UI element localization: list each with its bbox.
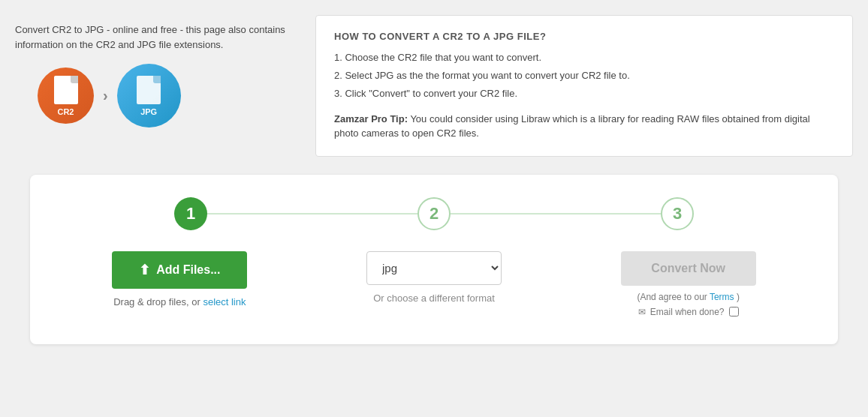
how-to-panel: HOW TO CONVERT A CR2 TO A JPG FILE? 1. C… (315, 15, 853, 157)
pro-tip: Zamzar Pro Tip: You could consider using… (334, 112, 834, 141)
jpg-label: JPG (140, 107, 157, 116)
description-text: Convert CR2 to JPG - online and free - t… (15, 22, 300, 52)
drag-drop-label: Drag & drop files, or (113, 296, 200, 308)
pro-tip-label: Zamzar Pro Tip: (334, 113, 408, 124)
converter-section: 1 2 3 ⬆ Add Files... Drag & drop files, … (30, 175, 838, 344)
step2-col: jpg png gif bmp tiff pdf webp Or choose … (315, 251, 554, 304)
how-to-title: HOW TO CONVERT A CR2 TO A JPG FILE? (334, 31, 834, 42)
convert-now-button[interactable]: Convert Now (621, 251, 756, 286)
actions-row: ⬆ Add Files... Drag & drop files, or sel… (60, 251, 808, 317)
left-panel: Convert CR2 to JPG - online and free - t… (15, 15, 300, 157)
terms-link[interactable]: Terms (710, 292, 734, 302)
add-files-button[interactable]: ⬆ Add Files... (112, 251, 247, 289)
step-circle-3: 3 (661, 197, 694, 230)
cr2-label: CR2 (57, 107, 74, 116)
jpg-icon: JPG (117, 64, 181, 128)
select-link[interactable]: select link (203, 296, 246, 308)
step-2: 2. Select JPG as the the format you want… (334, 69, 834, 82)
format-hint: Or choose a different format (373, 292, 495, 304)
page-wrapper: Convert CR2 to JPG - online and free - t… (0, 0, 868, 417)
step3-col: Convert Now (And agree to our Terms ) ✉ … (568, 251, 808, 317)
step-line-2 (451, 213, 661, 214)
top-section: Convert CR2 to JPG - online and free - t… (15, 15, 853, 157)
add-files-label: Add Files... (156, 263, 220, 277)
email-row: ✉ Email when done? (638, 307, 739, 317)
step-line-1 (207, 213, 417, 214)
step-2-number: 2 (429, 204, 439, 224)
email-checkbox[interactable] (729, 307, 739, 316)
format-select[interactable]: jpg png gif bmp tiff pdf webp (366, 251, 502, 285)
step-1-number: 1 (186, 204, 195, 224)
arrow-icon: › (103, 87, 108, 104)
step-1: 1. Choose the CR2 file that you want to … (334, 51, 834, 64)
terms-text: (And agree to our (637, 292, 707, 302)
jpg-doc-shape (137, 76, 161, 104)
cr2-doc-shape (54, 76, 78, 104)
conversion-icons: CR2 › JPG (15, 64, 300, 128)
upload-icon: ⬆ (139, 262, 150, 278)
email-icon: ✉ (638, 307, 646, 317)
cr2-icon: CR2 (38, 68, 94, 124)
terms-row: (And agree to our Terms ) (637, 292, 740, 302)
step-circle-1: 1 (174, 197, 207, 230)
steps-header-row: 1 2 3 (60, 197, 808, 230)
drag-drop-text: Drag & drop files, or select link (113, 296, 246, 308)
step-3-number: 3 (673, 204, 682, 224)
steps-list: 1. Choose the CR2 file that you want to … (334, 51, 834, 101)
terms-close: ) (737, 292, 740, 302)
email-label: Email when done? (650, 307, 725, 317)
step-3: 3. Click "Convert" to convert your CR2 f… (334, 87, 834, 100)
step1-col: ⬆ Add Files... Drag & drop files, or sel… (60, 251, 300, 308)
step-circle-2: 2 (417, 197, 451, 230)
